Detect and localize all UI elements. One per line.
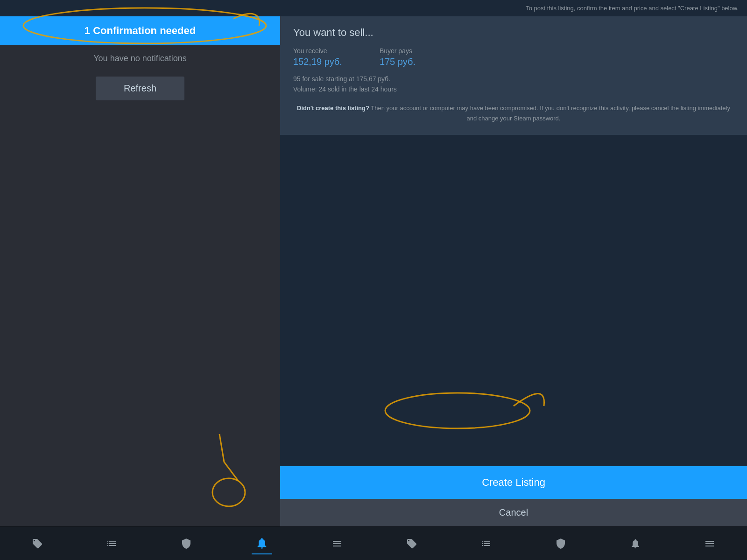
taskbar [0,526,747,560]
taskbar-tag-icon-left[interactable] [28,534,47,553]
taskbar-menu-icon-left[interactable] [328,534,346,553]
taskbar-bell-icon-right[interactable] [626,534,645,553]
sell-title: You want to sell... [293,27,734,39]
left-panel: 1 Confirmation needed You have no notifi… [0,16,280,526]
taskbar-menu-icon-right[interactable] [700,534,719,553]
cancel-button[interactable]: Cancel [280,499,747,526]
taskbar-list-icon-right[interactable] [477,534,495,553]
you-receive-col: You receive 152,19 руб. [293,47,342,67]
taskbar-bell-icon-center[interactable] [252,533,272,554]
taskbar-shield-icon-left[interactable] [177,534,196,553]
right-panel: You want to sell... You receive 152,19 р… [280,16,747,526]
you-receive-label: You receive [293,47,342,55]
warning-box: Didn't create this listing? Then your ac… [293,103,734,124]
confirmation-banner[interactable]: 1 Confirmation needed [0,16,280,45]
top-instruction: To post this listing, confirm the item a… [0,0,747,16]
buyer-pays-col: Buyer pays 175 руб. [380,47,416,67]
taskbar-shield-icon-right[interactable] [551,534,570,553]
you-receive-amount: 152,19 руб. [293,56,342,67]
sell-panel: You want to sell... You receive 152,19 р… [280,16,747,135]
price-row: You receive 152,19 руб. Buyer pays 175 р… [293,47,734,67]
create-listing-button[interactable]: Create Listing [280,466,747,499]
buyer-pays-label: Buyer pays [380,47,416,55]
taskbar-list-icon-left[interactable] [102,534,121,553]
no-notifications-text: You have no notifications [93,54,187,63]
market-info: 95 for sale starting at 175,67 руб. Volu… [293,74,734,95]
taskbar-tag-icon-right[interactable] [402,534,421,553]
bottom-buttons: Create Listing Cancel [280,466,747,526]
buyer-pays-amount: 175 руб. [380,56,416,67]
refresh-button[interactable]: Refresh [96,77,184,100]
